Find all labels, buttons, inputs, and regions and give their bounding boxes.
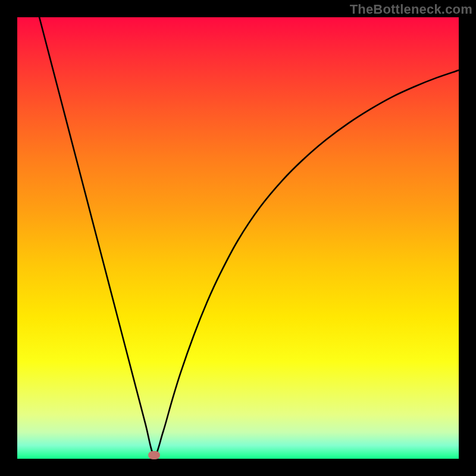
chart-stage: TheBottleneck.com: [0, 0, 476, 476]
plot-area: [17, 17, 459, 459]
optimal-point-marker: [148, 451, 160, 459]
watermark-text: TheBottleneck.com: [350, 2, 472, 17]
bottleneck-curve: [17, 17, 459, 459]
